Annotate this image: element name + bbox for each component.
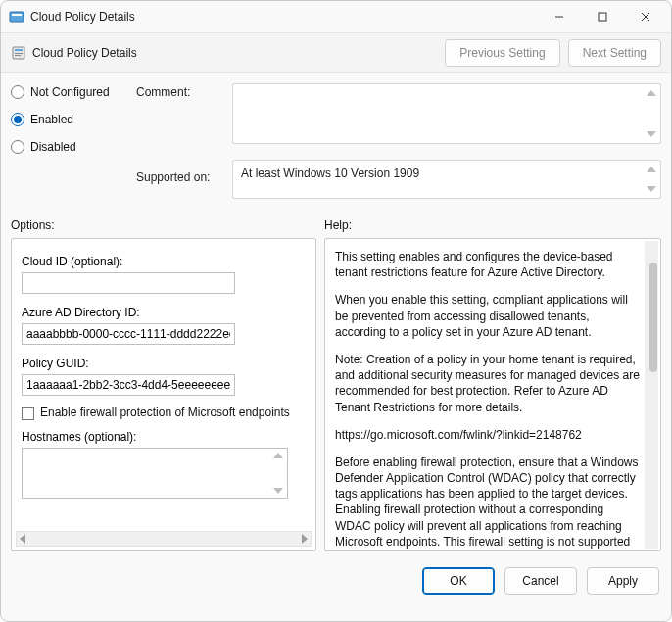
hostnames-label: Hostnames (optional):: [22, 430, 306, 444]
scroll-down-icon[interactable]: [647, 131, 656, 137]
svg-rect-8: [15, 53, 23, 54]
next-setting-button[interactable]: Next Setting: [568, 39, 661, 67]
help-pane: This setting enables and configures the …: [324, 238, 661, 551]
radio-not-configured[interactable]: Not Configured: [11, 85, 128, 99]
radio-enabled[interactable]: Enabled: [11, 113, 128, 126]
scroll-up-icon[interactable]: [647, 167, 656, 172]
firewall-checkbox-label: Enable firewall protection of Microsoft …: [40, 406, 290, 419]
apply-button[interactable]: Apply: [587, 567, 659, 595]
radio-label: Enabled: [30, 113, 73, 126]
help-paragraph: Note: Creation of a policy in your home …: [335, 352, 643, 415]
comment-label: Comment:: [136, 83, 224, 99]
scroll-left-icon[interactable]: [20, 534, 25, 544]
scroll-right-icon[interactable]: [302, 534, 308, 544]
window-title: Cloud Policy Details: [30, 10, 135, 24]
help-paragraph: Before enabling firewall protection, ens…: [335, 455, 643, 551]
horizontal-scrollbar[interactable]: [16, 531, 312, 547]
cloud-id-input[interactable]: [22, 272, 235, 294]
svg-rect-0: [10, 12, 24, 22]
ok-button[interactable]: OK: [422, 567, 495, 595]
sub-header-title: Cloud Policy Details: [32, 46, 137, 60]
options-label: Options:: [11, 218, 324, 232]
radio-icon: [11, 85, 24, 99]
supported-on-field: At least Windows 10 Version 1909: [232, 160, 661, 199]
firewall-checkbox-row[interactable]: Enable firewall protection of Microsoft …: [22, 406, 306, 420]
pane-headers: Options: Help:: [1, 203, 671, 238]
upper-section: Not Configured Enabled Disabled Comment:…: [1, 73, 671, 203]
previous-setting-button[interactable]: Previous Setting: [445, 39, 559, 67]
cloud-id-label: Cloud ID (optional):: [22, 255, 306, 268]
scroll-up-icon[interactable]: [273, 453, 283, 458]
close-button[interactable]: [624, 3, 667, 30]
dialog-window: Cloud Policy Details Cloud Policy Detail…: [0, 0, 672, 622]
state-radio-group: Not Configured Enabled Disabled: [11, 83, 128, 154]
svg-rect-7: [15, 49, 23, 51]
radio-disabled[interactable]: Disabled: [11, 140, 128, 154]
radio-label: Not Configured: [30, 85, 110, 99]
radio-icon: [11, 113, 24, 126]
comment-textarea[interactable]: [232, 83, 661, 144]
policy-guid-input[interactable]: [22, 374, 235, 396]
supported-on-value: At least Windows 10 Version 1909: [241, 167, 419, 180]
cancel-button[interactable]: Cancel: [504, 567, 577, 595]
dialog-footer: OK Cancel Apply: [1, 551, 671, 606]
checkbox-icon: [22, 407, 34, 420]
directory-id-input[interactable]: [22, 323, 235, 345]
app-icon: [9, 9, 24, 24]
hostnames-textarea[interactable]: [22, 448, 288, 499]
sub-header: Cloud Policy Details Previous Setting Ne…: [1, 32, 671, 73]
supported-on-label: Supported on:: [136, 168, 224, 184]
svg-rect-1: [12, 14, 22, 16]
radio-icon: [11, 140, 24, 154]
maximize-button[interactable]: [581, 3, 624, 30]
minimize-button[interactable]: [538, 3, 581, 30]
svg-rect-3: [599, 13, 606, 21]
help-paragraph: This setting enables and configures the …: [335, 249, 643, 280]
scroll-down-icon[interactable]: [273, 488, 283, 494]
radio-label: Disabled: [30, 140, 76, 154]
svg-rect-9: [15, 55, 21, 56]
help-link-text: https://go.microsoft.com/fwlink/?linkid=…: [335, 427, 643, 443]
policy-guid-label: Policy GUID:: [22, 357, 306, 370]
directory-id-label: Azure AD Directory ID:: [22, 306, 306, 319]
scroll-up-icon[interactable]: [647, 90, 656, 96]
scrollbar-thumb[interactable]: [649, 263, 657, 372]
title-bar: Cloud Policy Details: [1, 1, 671, 32]
options-pane: Cloud ID (optional): Azure AD Directory …: [11, 238, 316, 551]
help-paragraph: When you enable this setting, compliant …: [335, 292, 643, 340]
scroll-down-icon[interactable]: [647, 186, 656, 192]
policy-icon: [11, 45, 26, 61]
help-label: Help:: [324, 218, 352, 232]
